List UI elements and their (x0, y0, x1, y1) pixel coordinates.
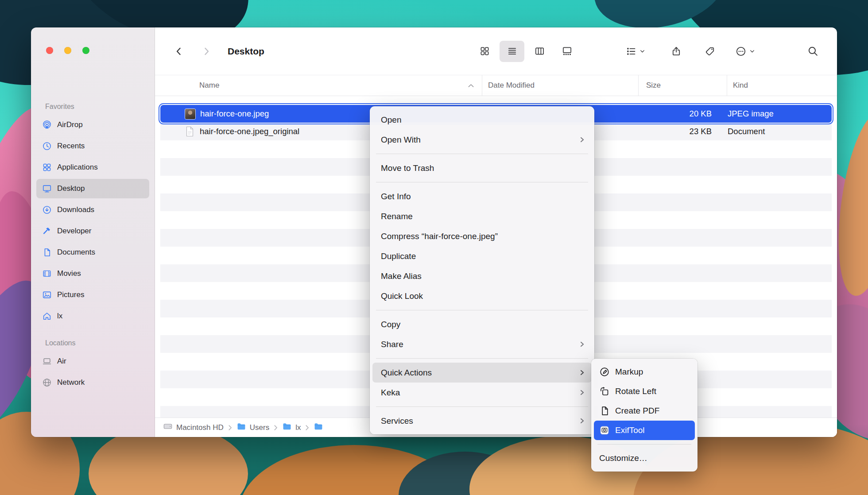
menu-item-quick-actions[interactable]: Quick Actions (372, 363, 592, 383)
sidebar-section-locations: Locations (45, 339, 155, 347)
submenu-item-markup[interactable]: Markup (594, 362, 695, 382)
minimize-window-button[interactable] (64, 47, 71, 54)
tag-button[interactable] (705, 46, 715, 57)
sidebar-favorites-list: AirDrop Recents Applications Desktop Dow… (31, 115, 155, 326)
menu-separator (376, 358, 588, 359)
sidebar-item-label: AirDrop (57, 120, 83, 129)
sidebar-item-developer[interactable]: Developer (36, 221, 149, 241)
downloads-icon (42, 205, 52, 215)
sidebar-item-label: Air (57, 357, 66, 366)
chevron-right-icon (305, 425, 310, 431)
menu-item-keka[interactable]: Keka (372, 383, 592, 402)
pathbar-item-users[interactable]: Users (236, 422, 269, 433)
back-button[interactable] (174, 46, 184, 57)
pathbar-item-macintosh-hd[interactable]: Macintosh HD (163, 422, 224, 433)
menu-separator (376, 406, 588, 407)
file-name: hair-force-one.jpeg (200, 109, 269, 119)
sidebar-item-applications[interactable]: Applications (36, 158, 149, 177)
chevron-right-icon (228, 425, 232, 431)
sidebar-item-air[interactable]: Air (36, 352, 149, 371)
folder-icon (314, 422, 323, 433)
markup-icon (599, 367, 610, 377)
menu-item-copy[interactable]: Copy (372, 314, 592, 334)
list-view-icon (507, 46, 517, 56)
menu-item-duplicate[interactable]: Duplicate (372, 246, 592, 266)
gallery-view-icon (562, 46, 572, 56)
forward-icon (201, 46, 212, 57)
sidebar-item-downloads[interactable]: Downloads (36, 200, 149, 220)
submenu-item-customize[interactable]: Customize… (594, 449, 695, 468)
group-button[interactable] (626, 46, 645, 57)
home-icon (42, 311, 52, 321)
sidebar-locations-list: Air Network (31, 352, 155, 392)
hard-drive-icon (163, 422, 173, 433)
submenu-item-exiftool[interactable]: ExifTool (594, 421, 695, 440)
columns-view-button[interactable] (527, 41, 552, 62)
menu-item-share[interactable]: Share (372, 334, 592, 354)
view-switcher (472, 41, 579, 62)
file-kind: JPEG image (721, 109, 832, 119)
search-button[interactable] (807, 46, 818, 57)
forward-button[interactable] (201, 46, 212, 57)
sidebar-item-label: Downloads (57, 205, 94, 214)
pathbar-item-truncated[interactable] (314, 422, 323, 433)
developer-hammer-icon (42, 226, 52, 236)
sidebar-item-label: Applications (57, 163, 98, 172)
column-header-date-modified[interactable]: Date Modified (482, 75, 638, 96)
sidebar: Favorites AirDrop Recents Applications D… (31, 27, 155, 437)
chevron-right-icon (580, 418, 585, 424)
sidebar-item-lx-home[interactable]: lx (36, 306, 149, 326)
list-view-button[interactable] (500, 41, 524, 62)
menu-item-get-info[interactable]: Get Info (372, 186, 592, 206)
gallery-view-button[interactable] (554, 41, 579, 62)
menu-separator (376, 310, 588, 310)
sidebar-item-label: Movies (57, 269, 81, 278)
window-title: Desktop (228, 46, 264, 57)
sidebar-item-documents[interactable]: Documents (36, 243, 149, 262)
column-header-name[interactable]: Name (155, 75, 482, 96)
folder-icon (236, 422, 246, 433)
column-header-size[interactable]: Size (638, 75, 727, 96)
submenu-item-create-pdf[interactable]: Create PDF (594, 401, 695, 421)
zoom-window-button[interactable] (82, 47, 89, 54)
sidebar-item-network[interactable]: Network (36, 373, 149, 392)
sidebar-section-favorites: Favorites (45, 103, 155, 111)
sidebar-item-airdrop[interactable]: AirDrop (36, 115, 149, 135)
network-globe-icon (42, 377, 52, 388)
desktop-icon (42, 183, 52, 194)
file-name: hair-force-one.jpeg_original (200, 127, 299, 136)
chevron-right-icon (580, 369, 585, 376)
pathbar-item-lx[interactable]: lx (282, 422, 301, 433)
share-icon (671, 46, 682, 57)
document-file-icon (185, 126, 195, 137)
close-window-button[interactable] (46, 47, 53, 54)
quick-actions-submenu: Markup Rotate Left Create PDF ExifTool C… (591, 359, 698, 472)
image-thumbnail (185, 109, 195, 119)
chevron-right-icon (273, 425, 278, 431)
menu-item-move-to-trash[interactable]: Move to Trash (372, 158, 592, 178)
sidebar-item-label: Documents (57, 248, 95, 257)
movies-film-icon (42, 268, 52, 279)
sidebar-item-desktop[interactable]: Desktop (36, 179, 149, 198)
menu-item-rename[interactable]: Rename (372, 206, 592, 226)
chevron-right-icon (580, 136, 585, 143)
grid-view-button[interactable] (472, 41, 497, 62)
more-icon (736, 46, 746, 57)
sidebar-item-label: Pictures (57, 290, 84, 299)
menu-item-quick-look[interactable]: Quick Look (372, 286, 592, 306)
sidebar-item-pictures[interactable]: Pictures (36, 285, 149, 305)
menu-separator (597, 444, 691, 445)
menu-item-compress[interactable]: Compress “hair-force-one.jpeg” (372, 226, 592, 246)
sidebar-item-movies[interactable]: Movies (36, 264, 149, 283)
submenu-item-rotate-left[interactable]: Rotate Left (594, 382, 695, 401)
menu-item-services[interactable]: Services (372, 411, 592, 431)
column-header-kind[interactable]: Kind (727, 75, 837, 96)
menu-item-open-with[interactable]: Open With (372, 130, 592, 150)
context-menu: Open Open With Move to Trash Get Info Re… (370, 106, 594, 434)
more-button[interactable] (736, 46, 755, 57)
sidebar-item-recents[interactable]: Recents (36, 136, 149, 156)
chevron-right-icon (580, 341, 585, 348)
share-button[interactable] (671, 46, 682, 57)
menu-item-open[interactable]: Open (372, 110, 592, 130)
menu-item-make-alias[interactable]: Make Alias (372, 266, 592, 286)
